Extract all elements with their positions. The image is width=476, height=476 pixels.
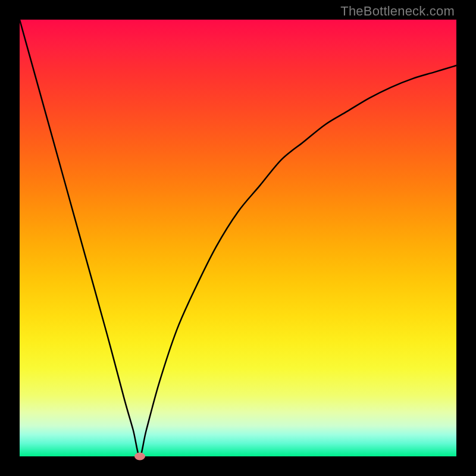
watermark: TheBottleneck.com	[340, 4, 455, 19]
optimum-marker	[134, 453, 145, 461]
bottleneck-curve	[20, 20, 456, 456]
chart-frame: TheBottleneck.com	[0, 0, 476, 476]
